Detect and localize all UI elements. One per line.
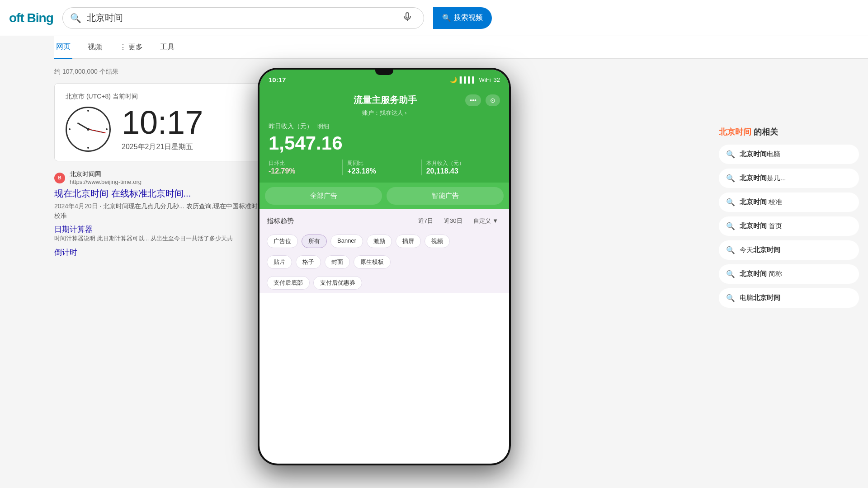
result-site-name: 北京时间网 [70, 170, 142, 178]
filter-tags-row1: 广告位 所有 Banner 激励 插屏 视频 [259, 231, 509, 252]
app-account[interactable]: 账户：找在达人 › [269, 109, 500, 117]
app-earnings-label: 昨日收入（元） 明细 [269, 122, 500, 131]
app-stat-monthly-value: 20,118.43 [426, 167, 495, 175]
filter-tag-cover[interactable]: 封面 [325, 255, 350, 269]
result-favicon: B [54, 173, 65, 183]
app-header-icons: ••• ⊙ [465, 94, 500, 106]
filter-tag-payment-coupon[interactable]: 支付后优惠券 [313, 276, 362, 290]
indicator-header: 指标趋势 近7日 近30日 自定义 ▼ [259, 209, 509, 231]
more-icon-btn[interactable]: ••• [465, 94, 481, 106]
phone-status-icons: 🌙 ▌▌▌▌ WiFi 32 [450, 76, 500, 83]
phone-notch [375, 70, 393, 75]
mic-button[interactable] [398, 8, 416, 28]
bing-header: oft Bing 🔍 🔍 搜索视频 [0, 0, 868, 36]
app-stat-weekly: 周同比 +23.18% [343, 160, 421, 175]
related-text-2: 北京时间 校准 [740, 198, 782, 206]
filter-tag-grid[interactable]: 格子 [296, 255, 321, 269]
tab-tools[interactable]: 工具 [158, 36, 176, 59]
app-stat-daily-label: 日环比 [269, 160, 338, 167]
search-input[interactable] [87, 13, 393, 23]
smart-ads-button[interactable]: 智能广告 [387, 187, 504, 205]
phone-app-header: 流量主服务助手 ••• ⊙ 账户：找在达人 › 昨日收入（元） 明细 1,547… [259, 89, 509, 183]
phone-time: 10:17 [269, 76, 286, 84]
filter-tag-adslot[interactable]: 广告位 [267, 235, 298, 248]
related-search-icon-4: 🔍 [726, 246, 735, 254]
related-search-icon-5: 🔍 [726, 270, 735, 278]
related-search-icon-0: 🔍 [726, 150, 735, 159]
related-item-1[interactable]: 🔍 北京时间是几... [719, 169, 859, 188]
tab-30days[interactable]: 近30日 [440, 216, 466, 226]
search-icon: 🔍 [70, 13, 81, 23]
app-buttons-row: 全部广告 智能广告 [259, 183, 509, 209]
related-text-0: 北京时间电脑 [740, 150, 780, 159]
app-earnings-amount: 1,547.16 [269, 132, 500, 154]
bing-logo: oft Bing [9, 11, 53, 25]
search-box: 🔍 [62, 7, 424, 29]
signal-icon: ▌▌▌▌ [460, 76, 476, 83]
filter-tag-payment-bottom[interactable]: 支付后底部 [267, 276, 310, 290]
clock-second-hand [88, 129, 106, 133]
svg-rect-0 [406, 13, 409, 18]
clock-face [66, 107, 111, 152]
related-title: 北京时间 的相关 [719, 127, 859, 137]
related-search-icon-3: 🔍 [726, 222, 735, 230]
filter-tag-banner[interactable]: Banner [330, 235, 363, 248]
phone-overlay: 10:17 🌙 ▌▌▌▌ WiFi 32 流量主服务助手 ••• ⊙ [258, 68, 511, 465]
app-stats-row: 日环比 -12.79% 周同比 +23.18% 本月收入（元） 20,118.4… [269, 160, 500, 175]
wifi-icon: WiFi [479, 76, 491, 83]
search-button[interactable]: 🔍 搜索视频 [433, 7, 492, 29]
related-item-6[interactable]: 🔍 电脑北京时间 [719, 288, 859, 308]
tab-more[interactable]: ⋮ 更多 [118, 36, 145, 59]
clock-center [87, 128, 90, 131]
related-text-3: 北京时间 首页 [740, 222, 782, 230]
related-item-4[interactable]: 🔍 今天北京时间 [719, 240, 859, 260]
result-url: https://www.beijing-time.org [70, 178, 142, 185]
related-item-0[interactable]: 🔍 北京时间电脑 [719, 145, 859, 164]
app-stat-monthly-label: 本月收入（元） [426, 160, 495, 167]
tab-custom[interactable]: 自定义 ▼ [470, 216, 502, 226]
phone-screen: 10:17 🌙 ▌▌▌▌ WiFi 32 流量主服务助手 ••• ⊙ [259, 70, 509, 464]
indicator-tabs: 近7日 近30日 自定义 ▼ [415, 216, 502, 226]
app-header-top: 流量主服务助手 ••• ⊙ [269, 94, 500, 106]
related-text-1: 北京时间是几... [740, 174, 786, 183]
filter-tag-native[interactable]: 原生模板 [354, 255, 391, 269]
filter-tag-reward[interactable]: 激励 [367, 235, 392, 248]
search-btn-icon: 🔍 [442, 14, 451, 22]
tab-video[interactable]: 视频 [86, 36, 104, 59]
battery-icon: 32 [494, 76, 500, 83]
tab-webpage[interactable]: 网页 [54, 36, 72, 59]
camera-icon-btn[interactable]: ⊙ [486, 94, 500, 106]
related-item-2[interactable]: 🔍 北京时间 校准 [719, 192, 859, 212]
right-sidebar: 北京时间 的相关 🔍 北京时间电脑 🔍 北京时间是几... 🔍 北京时间 校准 … [710, 117, 868, 488]
related-text-5: 北京时间 简称 [740, 270, 782, 278]
filter-tag-video[interactable]: 视频 [425, 235, 450, 248]
moon-icon: 🌙 [450, 76, 457, 83]
related-search-icon-6: 🔍 [726, 294, 735, 302]
related-text-4: 今天北京时间 [740, 246, 780, 254]
filter-tags-row3: 支付后底部 支付后优惠券 [259, 272, 509, 293]
current-time: 10:17 [122, 106, 203, 139]
clock-dot-6 [87, 147, 89, 149]
all-ads-button[interactable]: 全部广告 [265, 187, 382, 205]
app-stat-daily-value: -12.79% [269, 167, 338, 175]
indicator-title: 指标趋势 [267, 217, 294, 225]
filter-tag-interstitial[interactable]: 插屏 [396, 235, 421, 248]
tab-7days[interactable]: 近7日 [415, 216, 437, 226]
phone-frame: 10:17 🌙 ▌▌▌▌ WiFi 32 流量主服务助手 ••• ⊙ [258, 68, 511, 465]
app-stat-weekly-label: 周同比 [347, 160, 416, 167]
app-stat-monthly: 本月收入（元） 20,118.43 [422, 160, 500, 175]
clock-dot-3 [106, 128, 108, 130]
related-search-icon-1: 🔍 [726, 174, 735, 183]
phone-white-section: 指标趋势 近7日 近30日 自定义 ▼ 广告位 所有 Banner 激励 插屏 … [259, 209, 509, 293]
related-item-5[interactable]: 🔍 北京时间 简称 [719, 264, 859, 284]
related-item-3[interactable]: 🔍 北京时间 首页 [719, 216, 859, 236]
filter-tag-sticker[interactable]: 贴片 [267, 255, 292, 269]
filter-tag-all[interactable]: 所有 [302, 235, 327, 248]
app-stat-weekly-value: +23.18% [347, 167, 416, 175]
clock-dot-12 [87, 110, 89, 112]
nav-tabs: 网页 视频 ⋮ 更多 工具 [54, 36, 868, 59]
related-search-icon-2: 🔍 [726, 198, 735, 206]
filter-tags-row2: 贴片 格子 封面 原生模板 [259, 252, 509, 272]
clock-dot-9 [69, 128, 71, 130]
related-text-6: 电脑北京时间 [740, 294, 780, 302]
